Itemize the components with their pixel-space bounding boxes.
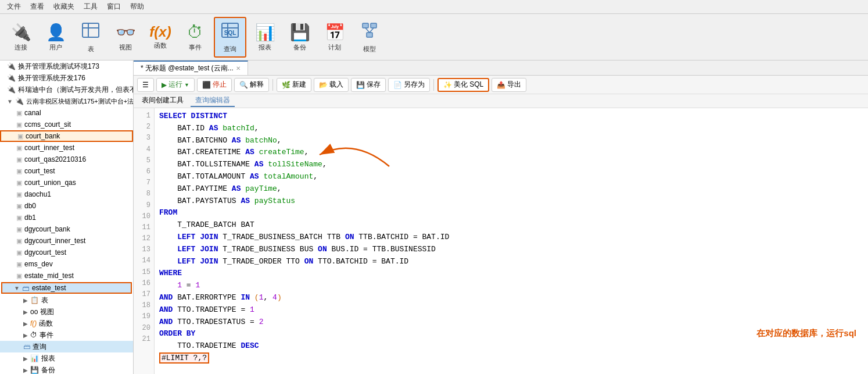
beautify-btn[interactable]: ✨ 美化 SQL bbox=[437, 78, 489, 92]
sidebar-db-dgycourt-test[interactable]: ▣ dgycourt_test bbox=[0, 247, 133, 258]
new-btn[interactable]: 🌿 新建 bbox=[277, 78, 311, 92]
sidebar-db-court-qas[interactable]: ▣ court_qas20210316 bbox=[0, 154, 133, 165]
db-icon11: ▣ bbox=[16, 226, 22, 233]
db-icon9: ▣ bbox=[16, 202, 22, 210]
function-icon2: f() bbox=[30, 319, 37, 327]
chevron-right-icon2: ▶ bbox=[23, 309, 28, 315]
explain-btn[interactable]: 🔍 解释 bbox=[234, 78, 269, 92]
report-icon2: 📊 bbox=[30, 354, 39, 362]
menu-bar: 文件 查看 收藏夹 工具 窗口 帮助 bbox=[0, 0, 868, 14]
sidebar-db-court-inner[interactable]: ▣ court_inner_test bbox=[0, 142, 133, 154]
db-icon12: ▣ bbox=[16, 237, 22, 245]
sidebar-db-court-test[interactable]: ▣ court_test bbox=[0, 165, 133, 177]
chevron-right-icon: ▶ bbox=[23, 297, 28, 304]
tool-user[interactable]: 👤 用户 bbox=[40, 17, 72, 58]
hamburger-menu-btn[interactable]: ☰ bbox=[137, 78, 154, 92]
sidebar-sub-backup[interactable]: ▶ 💾 备份 bbox=[0, 364, 133, 374]
new-label: 新建 bbox=[292, 80, 306, 90]
sidebar-item-env173[interactable]: 🔌 换开管理系统测试环境173 bbox=[0, 60, 133, 72]
sidebar-item-ketaidi[interactable]: 🔌 科瑞迪中台（测试与开发共用，但表不同） bbox=[0, 84, 133, 95]
tool-backup-label: 备份 bbox=[293, 43, 306, 52]
tool-connect[interactable]: 🔌 连接 bbox=[5, 17, 37, 58]
db-icon2: ▣ bbox=[16, 121, 22, 129]
sidebar-sub-function[interactable]: ▶ f() 函数 bbox=[0, 318, 133, 329]
table-icon bbox=[81, 21, 100, 44]
sidebar-db-db1[interactable]: ▣ db1 bbox=[0, 212, 133, 223]
menu-file[interactable]: 文件 bbox=[2, 1, 26, 13]
sidebar-sub-event[interactable]: ▶ ⏱ 事件 bbox=[0, 329, 133, 341]
svg-rect-9 bbox=[367, 33, 372, 37]
event-icon: ⏱ bbox=[187, 23, 203, 42]
sidebar-item-yunnan[interactable]: ▼ 🔌 云南非税区块链测试175+测试中台+法院案款 bbox=[0, 95, 133, 107]
tool-table-label: 表 bbox=[88, 45, 94, 54]
chevron-right-icon3: ▶ bbox=[23, 320, 28, 327]
menu-window[interactable]: 窗口 bbox=[102, 1, 125, 13]
new-icon: 🌿 bbox=[282, 81, 290, 89]
sidebar-db-db0[interactable]: ▣ db0 bbox=[0, 200, 133, 212]
query-tab[interactable]: * 无标题 @estate_test (云南... ✕ bbox=[134, 60, 248, 75]
save-btn[interactable]: 💾 保存 bbox=[351, 78, 386, 92]
sidebar: 🔌 换开管理系统测试环境173 🔌 换开管理系统开发176 🔌 科瑞迪中台（测试… bbox=[0, 60, 134, 374]
run-btn[interactable]: ▶ 运行 ▼ bbox=[156, 78, 195, 92]
tool-view-label: 视图 bbox=[119, 43, 132, 52]
sidebar-db-dgycourt-inner[interactable]: ▣ dgycourt_inner_test bbox=[0, 235, 133, 247]
sidebar-sub-table[interactable]: ▶ 📋 表 bbox=[0, 294, 133, 306]
chevron-down-icon2: ▼ bbox=[14, 285, 20, 291]
connection-icon2: 🔌 bbox=[7, 74, 16, 82]
export-icon: 📤 bbox=[497, 81, 505, 89]
sidebar-db-estate-mid[interactable]: ▣ estate_mid_test bbox=[0, 270, 133, 282]
sidebar-sub-report[interactable]: ▶ 📊 报表 bbox=[0, 352, 133, 364]
report-icon: 📊 bbox=[255, 23, 275, 42]
save-as-label: 另存为 bbox=[404, 80, 425, 90]
sep2 bbox=[433, 79, 434, 91]
sidebar-db-dgycourt-bank[interactable]: ▣ dgycourt_bank bbox=[0, 223, 133, 235]
tool-function[interactable]: f(x) 函数 bbox=[144, 17, 177, 58]
tool-model[interactable]: 模型 bbox=[353, 17, 386, 58]
view-icon2: oo bbox=[30, 308, 38, 316]
tool-view[interactable]: 👓 视图 bbox=[109, 17, 142, 58]
svg-rect-7 bbox=[363, 23, 368, 28]
db-icon: ▣ bbox=[16, 109, 22, 117]
main-layout: 🔌 换开管理系统测试环境173 🔌 换开管理系统开发176 🔌 科瑞迪中台（测试… bbox=[0, 60, 868, 374]
sidebar-sub-query[interactable]: 🗃 查询 bbox=[0, 341, 133, 352]
stop-btn[interactable]: ⬛ 停止 bbox=[197, 78, 232, 92]
event-icon2: ⏱ bbox=[30, 331, 37, 339]
sidebar-db-daochu1[interactable]: ▣ daochu1 bbox=[0, 188, 133, 200]
menu-favorites[interactable]: 收藏夹 bbox=[49, 1, 79, 13]
table-icon2: 📋 bbox=[30, 296, 39, 304]
svg-rect-8 bbox=[371, 23, 376, 28]
export-btn[interactable]: 📤 导出 bbox=[492, 78, 526, 92]
sidebar-db-canal[interactable]: ▣ canal bbox=[0, 107, 133, 119]
sidebar-db-estate-test[interactable]: ▼ 🗃 estate_test bbox=[1, 282, 132, 294]
db-icon4: ▣ bbox=[16, 144, 22, 152]
save-as-icon: 📄 bbox=[393, 81, 402, 89]
tool-table[interactable]: 表 bbox=[74, 17, 107, 58]
tool-query[interactable]: SQL 查询 bbox=[214, 17, 246, 58]
backup-icon2: 💾 bbox=[30, 366, 39, 374]
load-btn[interactable]: 📂 载入 bbox=[314, 78, 349, 92]
tool-report[interactable]: 📊 报表 bbox=[249, 17, 281, 58]
sub-tab-editor[interactable]: 查询编辑器 bbox=[191, 95, 235, 107]
close-tab-icon[interactable]: ✕ bbox=[236, 65, 241, 72]
tool-event[interactable]: ⏱ 事件 bbox=[179, 17, 211, 58]
connection-icon4: 🔌 bbox=[15, 97, 24, 105]
sidebar-db-ccms[interactable]: ▣ ccms_court_sit bbox=[0, 119, 133, 130]
tool-schedule[interactable]: 📅 计划 bbox=[318, 17, 351, 58]
chevron-right-icon6: ▶ bbox=[23, 367, 28, 373]
tool-backup[interactable]: 💾 备份 bbox=[284, 17, 316, 58]
sidebar-sub-view[interactable]: ▶ oo 视图 bbox=[0, 306, 133, 318]
db-icon7: ▣ bbox=[16, 179, 22, 187]
menu-tools[interactable]: 工具 bbox=[79, 1, 102, 13]
save-as-btn[interactable]: 📄 另存为 bbox=[388, 78, 430, 92]
save-icon: 💾 bbox=[356, 81, 365, 89]
sidebar-item-env176[interactable]: 🔌 换开管理系统开发176 bbox=[0, 72, 133, 84]
tool-event-label: 事件 bbox=[189, 43, 202, 52]
sidebar-db-ems-dev[interactable]: ▣ ems_dev bbox=[0, 258, 133, 270]
sub-tab-create[interactable]: 表间创建工具 bbox=[137, 95, 188, 107]
menu-help[interactable]: 帮助 bbox=[125, 1, 149, 13]
menu-view[interactable]: 查看 bbox=[26, 1, 49, 13]
db-icon15: ▣ bbox=[16, 272, 22, 280]
connection-icon3: 🔌 bbox=[7, 86, 16, 94]
sidebar-db-court-union[interactable]: ▣ court_union_qas bbox=[0, 177, 133, 188]
sidebar-db-court-bank[interactable]: ▣ court_bank bbox=[0, 130, 133, 142]
